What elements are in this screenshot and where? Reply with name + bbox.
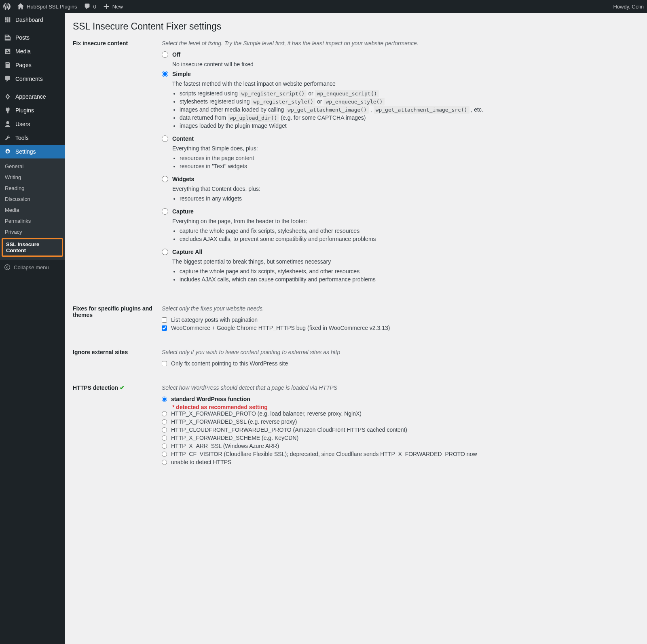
site-name: HubSpot SSL Plugins [27, 4, 77, 10]
radio-standard[interactable] [162, 397, 167, 402]
menu-settings[interactable]: Settings [0, 145, 65, 158]
radio-content[interactable] [162, 135, 168, 142]
submenu-general[interactable]: General [0, 161, 65, 172]
radio-captureall[interactable] [162, 249, 168, 255]
menu-pages[interactable]: Pages [0, 58, 65, 72]
radio-ssl-label[interactable]: HTTP_X_FORWARDED_SSL (e.g. reverse proxy… [162, 418, 639, 425]
radio-off[interactable] [162, 51, 168, 58]
simple-li-3: images and other media loaded by calling… [180, 106, 639, 113]
check-lcp-label[interactable]: List category posts with pagination [162, 317, 639, 323]
admin-sidebar: Dashboard Posts Media Pages Comments App… [0, 13, 65, 644]
radio-arr[interactable] [162, 443, 167, 449]
check-lcp[interactable] [162, 317, 167, 323]
admin-bar: HubSpot SSL Plugins 0 New Howdy, Colin [0, 0, 647, 13]
wp-logo[interactable] [3, 3, 11, 10]
radio-scheme-label[interactable]: HTTP_X_FORWARDED_SCHEME (e.g. KeyCDN) [162, 435, 639, 441]
desc-captureall: The biggest potential to break things, b… [172, 258, 639, 265]
content-li-1: resources in the page content [180, 155, 639, 161]
comment-count: 0 [93, 4, 96, 10]
desc-ignore: Select only if you wish to leave content… [162, 349, 639, 355]
radio-scheme[interactable] [162, 435, 167, 441]
desc-capture: Everything on the page, from the header … [172, 218, 639, 224]
new-link[interactable]: New [103, 3, 123, 10]
howdy-link[interactable]: Howdy, Colin [613, 4, 644, 10]
radio-unable[interactable] [162, 460, 167, 465]
captureall-li-1: capture the whole page and fix scripts, … [180, 268, 639, 274]
option-captureall[interactable]: Capture All [162, 249, 639, 255]
submenu-permalinks[interactable]: Permalinks [0, 215, 65, 226]
menu-media[interactable]: Media [0, 44, 65, 58]
radio-proto-label[interactable]: HTTP_X_FORWARDED_PROTO (e.g. load balanc… [162, 410, 639, 417]
radio-proto[interactable] [162, 411, 167, 416]
radio-standard-label[interactable]: standard WordPress function [162, 396, 639, 402]
menu-appearance[interactable]: Appearance [0, 90, 65, 103]
desc-content: Everything that Simple does, plus: [172, 145, 639, 152]
desc-simple: The fastest method with the least impact… [172, 80, 639, 87]
submenu-writing[interactable]: Writing [0, 172, 65, 183]
desc-widgets: Everything that Content does, plus: [172, 186, 639, 192]
radio-cf[interactable] [162, 452, 167, 457]
submenu-privacy[interactable]: Privacy [0, 226, 65, 237]
menu-users[interactable]: Users [0, 117, 65, 131]
content-area: SSL Insecure Content Fixer settings Fix … [65, 13, 647, 644]
radio-widgets[interactable] [162, 176, 168, 182]
desc-fix-insecure: Select the level of fixing. Try the Simp… [162, 40, 639, 46]
submenu-reading[interactable]: Reading [0, 183, 65, 194]
desc-https: Select how WordPress should detect that … [162, 384, 639, 391]
content-li-2: resources in "Text" widgets [180, 163, 639, 169]
page-title: SSL Insecure Content Fixer settings [73, 21, 639, 32]
settings-submenu: General Writing Reading Discussion Media… [0, 158, 65, 260]
menu-plugins[interactable]: Plugins [0, 103, 65, 117]
check-woo-label[interactable]: WooCommerce + Google Chrome HTTP_HTTPS b… [162, 325, 639, 331]
svg-point-0 [5, 265, 10, 270]
desc-fixes-specific: Select only the fixes your website needs… [162, 305, 639, 312]
option-off[interactable]: Off [162, 51, 639, 58]
howdy-text: Howdy, Colin [613, 4, 644, 10]
home-link[interactable]: HubSpot SSL Plugins [17, 3, 77, 10]
collapse-menu[interactable]: Collapse menu [0, 260, 65, 274]
simple-li-4: data returned from wp_upload_dir() (e.g.… [180, 114, 639, 121]
menu-comments[interactable]: Comments [0, 72, 65, 86]
radio-ssl[interactable] [162, 419, 167, 424]
menu-posts[interactable]: Posts [0, 31, 65, 44]
submenu-ssl-insecure-content[interactable]: SSL Insecure Content [2, 238, 63, 257]
radio-arr-label[interactable]: HTTP_X_ARR_SSL (Windows Azure ARR) [162, 443, 639, 449]
capture-li-2: excludes AJAX calls, to prevent some com… [180, 236, 639, 242]
radio-capture[interactable] [162, 208, 168, 215]
check-only-label[interactable]: Only fix content pointing to this WordPr… [162, 360, 639, 367]
option-simple[interactable]: Simple [162, 71, 639, 77]
desc-off: No insecure content will be fixed [172, 61, 639, 68]
menu-tools[interactable]: Tools [0, 131, 65, 145]
comments-link[interactable]: 0 [84, 3, 96, 10]
capture-li-1: capture the whole page and fix scripts, … [180, 228, 639, 234]
option-capture[interactable]: Capture [162, 208, 639, 215]
option-widgets[interactable]: Widgets [162, 176, 639, 182]
simple-li-2: stylesheets registered using wp_register… [180, 98, 639, 105]
simple-li-5: images loaded by the plugin Image Widget [180, 122, 639, 129]
option-content[interactable]: Content [162, 135, 639, 142]
check-icon: ✔ [120, 384, 125, 391]
radio-unable-label[interactable]: unable to detect HTTPS [162, 459, 639, 465]
widgets-li-1: resources in any widgets [180, 195, 639, 202]
simple-li-1: scripts registered using wp_register_scr… [180, 90, 639, 97]
label-fix-insecure: Fix insecure content [73, 40, 162, 289]
submenu-media[interactable]: Media [0, 205, 65, 215]
check-woo[interactable] [162, 325, 167, 331]
label-fixes-specific: Fixes for specific plugins and themes [73, 305, 162, 333]
new-label: New [112, 4, 123, 10]
captureall-li-2: includes AJAX calls, which can cause com… [180, 276, 639, 283]
detected-text: * detected as recommended setting [172, 404, 639, 410]
submenu-discussion[interactable]: Discussion [0, 194, 65, 205]
menu-dashboard[interactable]: Dashboard [0, 13, 65, 27]
label-ignore: Ignore external sites [73, 349, 162, 368]
check-only[interactable] [162, 361, 167, 366]
label-https: HTTPS detection✔ [73, 384, 162, 467]
radio-simple[interactable] [162, 71, 168, 77]
radio-cf-label[interactable]: HTTP_CF_VISITOR (Cloudflare Flexible SSL… [162, 451, 639, 457]
radio-cloudfront-label[interactable]: HTTP_CLOUDFRONT_FORWARDED_PROTO (Amazon … [162, 427, 639, 433]
radio-cloudfront[interactable] [162, 427, 167, 433]
